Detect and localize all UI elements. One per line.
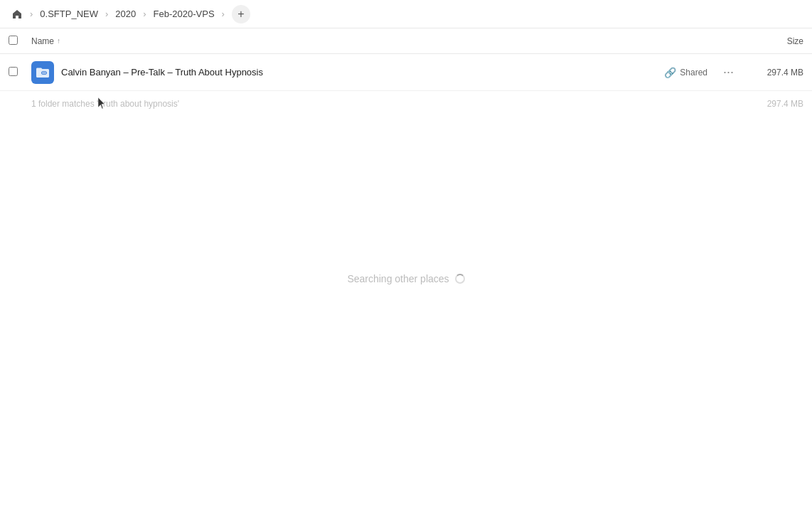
select-all-checkbox[interactable] <box>9 35 26 48</box>
breadcrumb-bar: › 0.SFTP_NEW › 2020 › Feb-2020-VPS › + <box>0 0 812 28</box>
shared-badge: 🔗 Shared <box>664 67 707 78</box>
link-icon: 🔗 <box>664 67 676 78</box>
more-options-button[interactable]: ··· <box>719 62 738 82</box>
breadcrumb-item-sftp[interactable]: 0.SFTP_NEW <box>37 7 101 21</box>
home-button[interactable] <box>9 6 26 23</box>
file-list-row[interactable]: Calvin Banyan – Pre-Talk – Truth About H… <box>0 54 812 91</box>
breadcrumb-item-feb2020vps[interactable]: Feb-2020-VPS <box>151 7 218 21</box>
column-header-row: Name ↑ Size <box>0 28 812 54</box>
row-checkbox[interactable] <box>9 66 26 79</box>
summary-text: 1 folder matches ' truth about hypnosis' <box>31 99 747 109</box>
breadcrumb-separator-3: › <box>143 9 146 19</box>
file-size-value: 297.4 MB <box>747 68 803 78</box>
summary-size: 297.4 MB <box>747 99 803 109</box>
sort-arrow-icon: ↑ <box>57 37 60 45</box>
size-column-header: Size <box>747 36 803 46</box>
loading-spinner <box>455 274 465 284</box>
breadcrumb-item-2020[interactable]: 2020 <box>112 7 139 21</box>
breadcrumb-separator-1: › <box>30 9 33 19</box>
breadcrumb-separator-4: › <box>222 9 225 19</box>
file-name-label: Calvin Banyan – Pre-Talk – Truth About H… <box>61 67 664 78</box>
add-button[interactable]: + <box>232 5 250 23</box>
breadcrumb-separator-2: › <box>105 9 108 19</box>
summary-row: 1 folder matches ' truth about hypnosis'… <box>0 91 812 117</box>
name-column-header[interactable]: Name ↑ <box>31 36 747 46</box>
shared-label: Shared <box>680 68 707 78</box>
searching-text: Searching other places <box>347 273 449 284</box>
searching-area: Searching other places <box>0 273 812 284</box>
folder-icon <box>31 61 54 84</box>
